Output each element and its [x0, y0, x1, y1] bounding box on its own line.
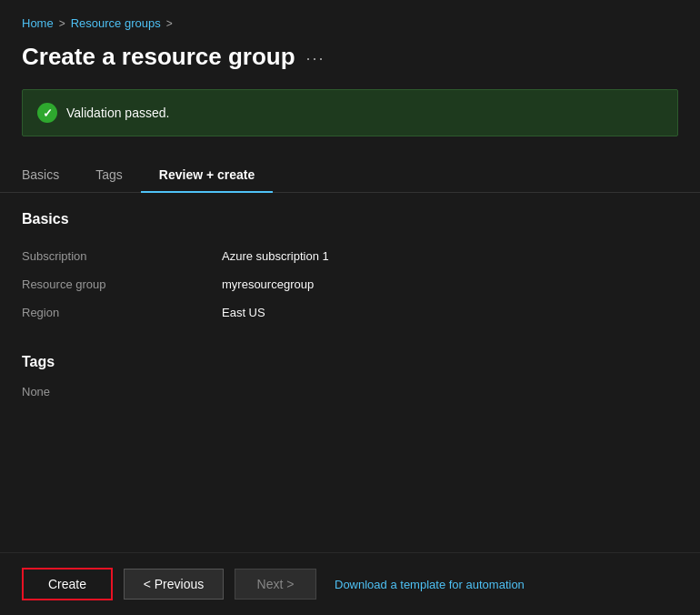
breadcrumb: Home > Resource groups >: [0, 0, 700, 35]
breadcrumb-separator-1: >: [59, 17, 65, 30]
resource-group-label: Resource group: [22, 277, 222, 291]
subscription-value: Azure subscription 1: [222, 249, 329, 263]
basics-detail-table: Subscription Azure subscription 1 Resour…: [22, 242, 678, 327]
basics-section-title: Basics: [22, 211, 678, 227]
breadcrumb-resource-groups[interactable]: Resource groups: [71, 16, 161, 30]
breadcrumb-home[interactable]: Home: [22, 16, 54, 30]
subscription-label: Subscription: [22, 249, 222, 263]
breadcrumb-separator-2: >: [166, 17, 173, 30]
more-options-button[interactable]: ···: [306, 49, 325, 68]
create-button[interactable]: Create: [22, 568, 113, 600]
region-row: Region East US: [22, 298, 678, 327]
next-button[interactable]: Next >: [235, 569, 316, 600]
validation-banner: Validation passed.: [22, 89, 678, 136]
subscription-row: Subscription Azure subscription 1: [22, 242, 678, 270]
page-title-row: Create a resource group ···: [0, 35, 700, 89]
previous-button[interactable]: < Previous: [124, 569, 224, 600]
automation-template-link[interactable]: Download a template for automation: [335, 578, 525, 591]
tab-basics[interactable]: Basics: [22, 158, 77, 193]
tags-section-title: Tags: [22, 354, 678, 370]
content-area: Basics Subscription Azure subscription 1…: [0, 211, 700, 552]
page-container: Home > Resource groups > Create a resour…: [0, 0, 700, 615]
tab-tags[interactable]: Tags: [77, 158, 141, 193]
validation-check-icon: [37, 103, 57, 123]
page-title: Create a resource group: [22, 43, 295, 71]
validation-text: Validation passed.: [66, 106, 169, 120]
tags-section: Tags None: [22, 354, 678, 398]
resource-group-row: Resource group myresourcegroup: [22, 270, 678, 298]
resource-group-value: myresourcegroup: [222, 277, 314, 291]
region-label: Region: [22, 306, 222, 319]
region-value: East US: [222, 306, 265, 319]
basics-section: Basics Subscription Azure subscription 1…: [22, 211, 678, 327]
footer: Create < Previous Next > Download a temp…: [0, 552, 700, 615]
tabs-container: Basics Tags Review + create: [0, 158, 700, 193]
tab-review-create[interactable]: Review + create: [141, 158, 273, 193]
tags-value: None: [22, 385, 678, 398]
